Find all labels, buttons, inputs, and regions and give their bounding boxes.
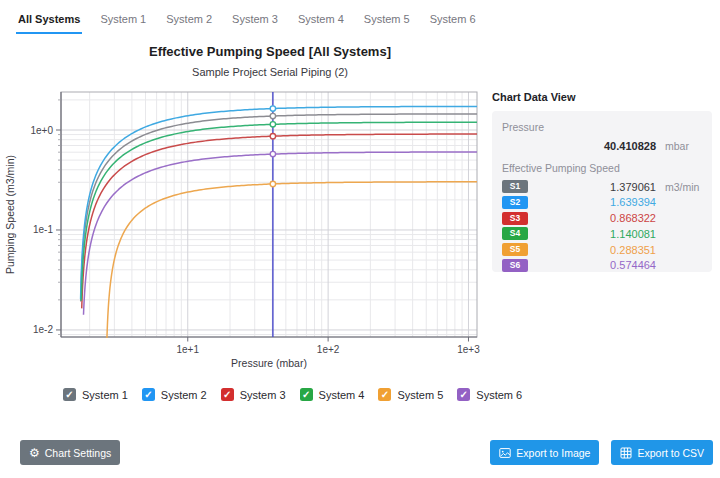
legend-item-system-3[interactable]: ✓System 3 xyxy=(221,388,290,401)
pressure-value: 40.410828 xyxy=(502,140,656,152)
legend-item-system-5[interactable]: ✓System 5 xyxy=(378,388,447,401)
speed-unit-s1: m3/min xyxy=(656,181,702,193)
pressure-value-row: 40.410828 mbar xyxy=(502,140,702,152)
checkbox-system-4[interactable]: ✓ xyxy=(300,388,313,401)
legend-item-system-1[interactable]: ✓System 1 xyxy=(63,388,132,401)
x-axis-title: Pressure (mbar) xyxy=(231,357,307,369)
series-badge-s2: S2 xyxy=(502,196,528,209)
y-tick-label: 1e-2 xyxy=(33,324,53,335)
legend-label: System 4 xyxy=(319,389,369,401)
pressure-unit: mbar xyxy=(656,140,702,152)
legend-item-system-4[interactable]: ✓System 4 xyxy=(300,388,369,401)
page-title: Effective Pumping Speed [All Systems] xyxy=(0,44,540,59)
y-axis-title: Pumping Speed (m3/min) xyxy=(4,155,16,274)
series-legend: ✓System 1✓System 2✓System 3✓System 4✓Sys… xyxy=(63,388,536,401)
x-tick-label: 1e+1 xyxy=(176,344,199,355)
speed-value-s1: 1.379061 xyxy=(528,181,656,193)
speed-row-s1: S11.379061m3/min xyxy=(502,180,702,193)
csv-grid-icon xyxy=(620,447,632,459)
data-view-title: Chart Data View xyxy=(492,91,576,103)
speed-label: Effective Pumping Speed xyxy=(502,162,702,174)
tab-system-2[interactable]: System 2 xyxy=(164,0,214,34)
tab-system-1[interactable]: System 1 xyxy=(98,0,148,34)
speed-row-s4: S41.140081 xyxy=(502,227,702,240)
export-to-csv-button[interactable]: Export to CSV xyxy=(611,440,713,465)
grid-minor xyxy=(61,92,477,337)
curve-S5 xyxy=(107,182,477,352)
chart-data-view-panel: Pressure 40.410828 mbar Effective Pumpin… xyxy=(492,111,712,272)
tab-bar: All SystemsSystem 1System 2System 3Syste… xyxy=(16,0,478,34)
image-icon xyxy=(499,447,511,459)
speed-row-s6: S60.574464 xyxy=(502,259,702,272)
speed-row-s5: S50.288351 xyxy=(502,243,702,256)
series-badge-s4: S4 xyxy=(502,227,528,240)
chart-subtitle: Sample Project Serial Piping (2) xyxy=(0,66,540,78)
export-to-csv-label: Export to CSV xyxy=(637,447,704,459)
speed-value-s4: 1.140081 xyxy=(528,228,656,240)
tab-system-3[interactable]: System 3 xyxy=(230,0,280,34)
tab-system-4[interactable]: System 4 xyxy=(296,0,346,34)
cursor-marker-S2 xyxy=(270,106,275,111)
series-badge-s3: S3 xyxy=(502,212,528,225)
checkbox-system-1[interactable]: ✓ xyxy=(63,388,76,401)
speed-row-s2: S21.639394 xyxy=(502,196,702,209)
legend-label: System 6 xyxy=(476,389,526,401)
speed-value-s6: 0.574464 xyxy=(528,259,656,271)
export-to-image-label: Export to Image xyxy=(516,447,590,459)
series-badge-s5: S5 xyxy=(502,243,528,256)
legend-label: System 2 xyxy=(161,389,211,401)
series-badge-s6: S6 xyxy=(502,259,528,272)
export-button-group: Export to Image Export to CSV xyxy=(490,440,713,465)
chart-settings-label: Chart Settings xyxy=(45,447,112,459)
curve-S6 xyxy=(84,152,478,315)
cursor-marker-S6 xyxy=(270,151,275,156)
legend-label: System 3 xyxy=(240,389,290,401)
gear-icon: ⚙ xyxy=(29,447,40,459)
pressure-label: Pressure xyxy=(502,121,702,133)
speed-value-s2: 1.639394 xyxy=(528,196,656,208)
checkbox-system-3[interactable]: ✓ xyxy=(221,388,234,401)
legend-label: System 1 xyxy=(82,389,132,401)
legend-label: System 5 xyxy=(397,389,447,401)
cursor-marker-S4 xyxy=(270,122,275,127)
x-tick-label: 1e+3 xyxy=(457,344,480,355)
curve-S1 xyxy=(81,114,477,302)
checkbox-system-6[interactable]: ✓ xyxy=(457,388,470,401)
tab-system-5[interactable]: System 5 xyxy=(362,0,412,34)
series-curves xyxy=(81,106,477,352)
speed-rows: S11.379061m3/minS21.639394S30.868322S41.… xyxy=(502,180,702,272)
cursor-marker-S3 xyxy=(270,133,275,138)
legend-item-system-6[interactable]: ✓System 6 xyxy=(457,388,526,401)
cursor-marker-S1 xyxy=(270,113,275,118)
speed-value-s5: 0.288351 xyxy=(528,244,656,256)
pumping-speed-chart[interactable]: 1e+01e-11e-21e+11e+21e+3Pumping Speed (m… xyxy=(0,85,490,385)
tab-all-systems[interactable]: All Systems xyxy=(16,0,82,34)
y-tick-label: 1e+0 xyxy=(30,125,53,136)
y-tick-label: 1e-1 xyxy=(33,224,53,235)
checkbox-system-5[interactable]: ✓ xyxy=(378,388,391,401)
cursor-marker-S5 xyxy=(270,181,275,186)
x-tick-label: 1e+2 xyxy=(317,344,340,355)
speed-value-s3: 0.868322 xyxy=(528,212,656,224)
checkbox-system-2[interactable]: ✓ xyxy=(142,388,155,401)
tab-system-6[interactable]: System 6 xyxy=(428,0,478,34)
export-to-image-button[interactable]: Export to Image xyxy=(490,440,599,465)
legend-item-system-2[interactable]: ✓System 2 xyxy=(142,388,211,401)
series-badge-s1: S1 xyxy=(502,180,528,193)
speed-row-s3: S30.868322 xyxy=(502,212,702,225)
chart-settings-button[interactable]: ⚙ Chart Settings xyxy=(20,440,120,465)
